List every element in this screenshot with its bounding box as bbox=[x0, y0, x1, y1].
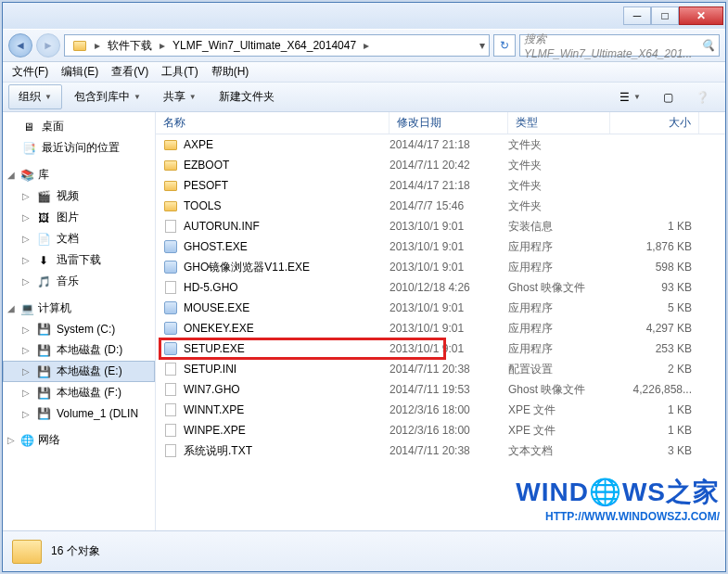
newfolder-button[interactable]: 新建文件夹 bbox=[209, 84, 285, 109]
sidebar-item-drive-d[interactable]: ▷💾本地磁盘 (D:) bbox=[3, 339, 155, 361]
titlebar[interactable]: ─ □ ✕ bbox=[3, 3, 725, 29]
sidebar-item-docs[interactable]: ▷📄文档 bbox=[3, 228, 155, 249]
file-row[interactable]: EZBOOT2014/7/11 20:42文件夹 bbox=[156, 155, 725, 175]
col-name[interactable]: 名称 bbox=[156, 112, 390, 134]
sidebar-network[interactable]: ▷🌐网络 bbox=[3, 429, 155, 451]
menu-help[interactable]: 帮助(H) bbox=[206, 62, 255, 82]
navbar: ◄ ► ▸ 软件下载 ▸ YLMF_Win7_Ultimate_X64_2014… bbox=[3, 29, 725, 62]
col-date[interactable]: 修改日期 bbox=[390, 112, 508, 134]
sidebar-item-music[interactable]: ▷🎵音乐 bbox=[3, 271, 155, 292]
breadcrumb-seg[interactable]: YLMF_Win7_Ultimate_X64_2014047 bbox=[167, 35, 362, 56]
file-name: TOOLS bbox=[184, 199, 221, 212]
file-row[interactable]: WIN7.GHO2014/7/11 19:53Ghost 映像文件4,226,8… bbox=[156, 379, 725, 400]
file-row[interactable]: MOUSE.EXE2013/10/1 9:01应用程序5 KB bbox=[156, 298, 725, 318]
chevron-right-icon[interactable]: ▸ bbox=[362, 39, 371, 52]
download-icon: ⬇ bbox=[36, 253, 51, 268]
expand-icon[interactable]: ▷ bbox=[21, 325, 31, 335]
file-row[interactable]: AUTORUN.INF2013/10/1 9:01安装信息1 KB bbox=[156, 216, 725, 236]
file-row[interactable]: GHOST.EXE2013/10/1 9:01应用程序1,876 KB bbox=[156, 236, 725, 257]
drive-icon: 💾 bbox=[36, 406, 51, 421]
file-type: Ghost 映像文件 bbox=[508, 280, 610, 296]
file-date: 2014/7/11 20:38 bbox=[390, 444, 508, 457]
forward-button[interactable]: ► bbox=[36, 33, 60, 57]
file-row[interactable]: ONEKEY.EXE2013/10/1 9:01应用程序4,297 KB bbox=[156, 318, 725, 338]
back-button[interactable]: ◄ bbox=[8, 33, 32, 57]
sidebar-computer[interactable]: ◢💻计算机 bbox=[3, 298, 155, 319]
organize-button[interactable]: 组织▼ bbox=[8, 84, 62, 109]
file-icon bbox=[163, 219, 178, 234]
file-icon bbox=[163, 423, 178, 438]
sidebar-item-drive-f[interactable]: ▷💾本地磁盘 (F:) bbox=[3, 382, 155, 403]
expand-icon[interactable]: ▷ bbox=[21, 366, 31, 376]
expand-icon[interactable]: ▷ bbox=[21, 234, 31, 244]
preview-button[interactable]: ▢ bbox=[653, 86, 683, 108]
file-name: SETUP.INI bbox=[184, 363, 236, 376]
sidebar-item-drive-e[interactable]: ▷💾本地磁盘 (E:) bbox=[3, 361, 155, 382]
sidebar-item-recent[interactable]: 📑最近访问的位置 bbox=[3, 137, 155, 159]
dropdown-icon[interactable]: ▾ bbox=[478, 39, 487, 52]
sidebar-item-video[interactable]: ▷🎬视频 bbox=[3, 185, 155, 207]
file-date: 2013/10/1 9:01 bbox=[390, 342, 508, 355]
expand-icon[interactable]: ▷ bbox=[21, 409, 31, 419]
sidebar-item-desktop[interactable]: 🖥桌面 bbox=[3, 116, 155, 137]
maximize-button[interactable]: □ bbox=[651, 6, 679, 25]
file-date: 2014/7/11 19:53 bbox=[390, 383, 508, 396]
chevron-right-icon[interactable]: ▸ bbox=[158, 39, 167, 52]
menu-edit[interactable]: 编辑(E) bbox=[56, 62, 104, 82]
expand-icon[interactable]: ▷ bbox=[21, 212, 31, 223]
sidebar-item-xunlei[interactable]: ▷⬇迅雷下载 bbox=[3, 249, 155, 271]
file-name: MOUSE.EXE bbox=[184, 301, 249, 314]
collapse-icon[interactable]: ◢ bbox=[6, 303, 16, 313]
file-size: 1,876 KB bbox=[610, 240, 692, 253]
file-type: 安装信息 bbox=[508, 219, 610, 235]
chevron-right-icon[interactable]: ▸ bbox=[93, 39, 102, 52]
expand-icon[interactable]: ▷ bbox=[21, 345, 31, 355]
file-row[interactable]: WINPE.XPE2012/3/16 18:00XPE 文件1 KB bbox=[156, 420, 725, 440]
collapse-icon[interactable]: ◢ bbox=[6, 170, 16, 180]
file-row[interactable]: TOOLS2014/7/7 15:46文件夹 bbox=[156, 196, 725, 216]
computer-icon: 💻 bbox=[19, 301, 34, 316]
file-row[interactable]: SETUP.EXE2013/10/1 9:01应用程序253 KB bbox=[156, 338, 725, 359]
file-row[interactable]: 系统说明.TXT2014/7/11 20:38文本文档3 KB bbox=[156, 440, 725, 461]
address-bar[interactable]: ▸ 软件下载 ▸ YLMF_Win7_Ultimate_X64_2014047 … bbox=[64, 34, 490, 57]
file-row[interactable]: PESOFT2014/4/17 21:18文件夹 bbox=[156, 175, 725, 196]
sidebar-item-pictures[interactable]: ▷🖼图片 bbox=[3, 207, 155, 228]
folder-icon bbox=[163, 178, 178, 193]
refresh-button[interactable]: ↻ bbox=[493, 34, 516, 57]
file-size: 5 KB bbox=[610, 301, 692, 314]
menu-file[interactable]: 文件(F) bbox=[6, 62, 54, 82]
sidebar-libraries[interactable]: ◢📚库 bbox=[3, 164, 155, 185]
folder-icon bbox=[163, 158, 178, 172]
col-type[interactable]: 类型 bbox=[508, 112, 610, 134]
search-input[interactable]: 搜索 YLMF_Win7_Ultimate_X64_201... 🔍 bbox=[519, 34, 720, 57]
menu-tools[interactable]: 工具(T) bbox=[156, 62, 203, 82]
file-type: 应用程序 bbox=[508, 260, 610, 275]
share-button[interactable]: 共享▼ bbox=[153, 84, 207, 109]
file-row[interactable]: WINNT.XPE2012/3/16 18:00XPE 文件1 KB bbox=[156, 400, 725, 420]
file-row[interactable]: SETUP.INI2014/7/11 20:38配置设置2 KB bbox=[156, 359, 725, 379]
file-row[interactable]: AXPE2014/4/17 21:18文件夹 bbox=[156, 134, 725, 155]
sidebar-item-drive-c[interactable]: ▷💾System (C:) bbox=[3, 319, 155, 339]
expand-icon[interactable]: ▷ bbox=[21, 276, 31, 287]
expand-icon[interactable]: ▷ bbox=[21, 388, 31, 398]
menu-view[interactable]: 查看(V) bbox=[106, 62, 154, 82]
file-row[interactable]: HD-5.GHO2010/12/18 4:26Ghost 映像文件93 KB bbox=[156, 277, 725, 298]
breadcrumb-seg[interactable]: 软件下载 bbox=[102, 35, 158, 56]
file-size: 253 KB bbox=[610, 342, 692, 355]
expand-icon[interactable]: ▷ bbox=[21, 255, 31, 265]
chevron-down-icon: ▼ bbox=[134, 93, 141, 101]
col-size[interactable]: 大小 bbox=[610, 112, 699, 134]
file-date: 2013/10/1 9:01 bbox=[390, 220, 508, 233]
help-button[interactable]: ❔ bbox=[685, 86, 720, 108]
close-button[interactable]: ✕ bbox=[679, 6, 723, 25]
file-list[interactable]: AXPE2014/4/17 21:18文件夹EZBOOT2014/7/11 20… bbox=[156, 134, 725, 530]
drive-icon: 💾 bbox=[36, 322, 51, 337]
sidebar-item-drive-g[interactable]: ▷💾Volume_1 (DLIN bbox=[3, 403, 155, 424]
expand-icon[interactable]: ▷ bbox=[21, 191, 31, 201]
include-button[interactable]: 包含到库中▼ bbox=[64, 84, 151, 109]
expand-icon[interactable]: ▷ bbox=[6, 435, 16, 445]
file-row[interactable]: GHO镜像浏览器V11.EXE2013/10/1 9:01应用程序598 KB bbox=[156, 257, 725, 277]
view-button[interactable]: ☰▼ bbox=[609, 86, 651, 108]
file-name: ONEKEY.EXE bbox=[184, 322, 254, 335]
minimize-button[interactable]: ─ bbox=[623, 6, 651, 25]
